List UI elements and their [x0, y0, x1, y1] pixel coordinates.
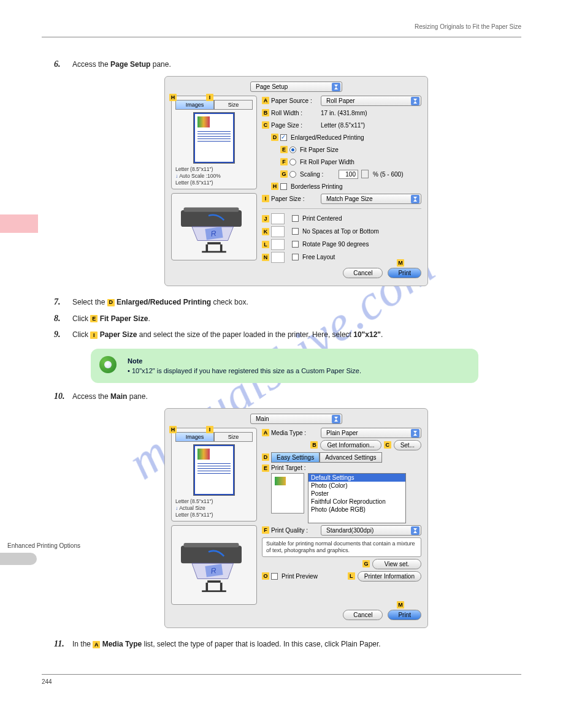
list-item[interactable]: Faithful Color Reproduction [308, 498, 405, 506]
print-preview-checkbox[interactable] [271, 573, 278, 580]
svg-rect-7 [202, 251, 226, 253]
letter-b: B [262, 109, 269, 116]
print-button[interactable]: Print [388, 268, 421, 278]
scaling-radio[interactable] [289, 171, 296, 178]
preview-panel: H I Images Size Letter (8.5"x11") ↓ Auto… [171, 96, 257, 189]
step-text: Access the Page Setup pane. [72, 59, 171, 70]
letter-d: D [262, 453, 269, 461]
svg-rect-9 [184, 543, 239, 547]
chevron-updown-icon [411, 429, 419, 438]
letter-h: H [271, 183, 278, 190]
letter-a: A [262, 97, 269, 104]
set-button[interactable]: Set... [394, 440, 421, 450]
paper-size-dropdown[interactable]: Match Page Size [321, 194, 421, 204]
no-spaces-icon [271, 226, 285, 237]
step-9: 9. Click I Paper Size and select the siz… [54, 330, 521, 340]
letter-n: N [262, 254, 269, 261]
print-target-listbox[interactable]: Default Settings Photo (Color) Poster Fa… [308, 473, 406, 523]
tab-images[interactable]: Images [175, 100, 214, 110]
letter-g: G [362, 560, 370, 567]
printer-icon: R [175, 529, 253, 601]
print-centered-icon [271, 213, 285, 224]
note-panel: Note • 10"x12" is displayed if you have … [91, 349, 478, 383]
letter-i: I [206, 426, 213, 433]
letter-f: F [262, 526, 269, 534]
pane-selector-main[interactable]: Main [250, 414, 342, 424]
svg-rect-14 [220, 583, 223, 591]
svg-rect-4 [207, 242, 221, 245]
letter-l: L [262, 241, 269, 248]
paper-source-dropdown[interactable]: Roll Paper [321, 96, 421, 106]
letter-f: F [280, 158, 288, 165]
side-section-label: Enhanced Printing Options [7, 542, 80, 549]
step-8: 8. Click E Fit Paper Size. [54, 314, 521, 324]
preview-panel: H I Images Size Letter (8.5"x11") ↓ Actu… [171, 428, 257, 521]
rotate-90-checkbox[interactable] [292, 241, 299, 248]
letter-o: O [262, 572, 269, 580]
list-item[interactable]: Photo (Color) [308, 482, 405, 490]
fit-roll-width-radio[interactable] [289, 159, 296, 165]
print-button[interactable]: Print [388, 610, 421, 620]
cancel-button[interactable]: Cancel [343, 610, 383, 620]
letter-j: J [262, 215, 269, 222]
letter-i: I [262, 195, 269, 202]
letter-h: H [169, 426, 177, 433]
scaling-stepper[interactable] [361, 170, 369, 178]
chevron-updown-icon [411, 195, 419, 203]
letter-c: C [384, 441, 391, 449]
step-6: 6. Access the Page Setup pane. [54, 59, 521, 70]
media-type-dropdown[interactable]: Plain Paper [321, 428, 421, 438]
rotate-icon [271, 239, 285, 250]
svg-rect-12 [207, 580, 221, 583]
pane-selector[interactable]: Page Setup [250, 82, 342, 92]
tab-images[interactable]: Images [175, 432, 214, 442]
letter-c: C [262, 121, 269, 129]
list-item[interactable]: Poster [308, 490, 405, 498]
list-item[interactable]: Default Settings [308, 474, 405, 482]
svg-text:R: R [210, 566, 217, 575]
step-7: 7. Select the D Enlarged/Reduced Printin… [54, 297, 521, 308]
letter-k: K [262, 228, 269, 235]
advanced-settings-tab[interactable]: Advanced Settings [320, 452, 381, 463]
description-box: Suitable for printing normal documents t… [262, 537, 421, 557]
letter-d: D [271, 134, 278, 141]
no-spaces-checkbox[interactable] [292, 228, 299, 235]
free-layout-checkbox[interactable] [292, 254, 299, 260]
note-icon [99, 356, 117, 373]
fit-paper-size-radio[interactable] [289, 146, 296, 153]
get-information-button[interactable]: Get Information... [320, 440, 381, 450]
enlarged-reduced-checkbox[interactable] [280, 134, 287, 141]
print-centered-checkbox[interactable] [292, 215, 299, 222]
tab-size[interactable]: Size [214, 432, 253, 442]
chevron-updown-icon [332, 415, 340, 423]
borderless-checkbox[interactable] [280, 183, 287, 190]
letter-a: A [262, 429, 269, 436]
letter-e: E [280, 146, 288, 153]
document-thumbnail [193, 444, 235, 496]
easy-settings-tab[interactable]: Easy Settings [271, 452, 320, 463]
letter-i: I [206, 94, 213, 101]
main-dialog: Main H I Images Size Letter (8.5"x11") ↓… [164, 408, 428, 628]
svg-rect-15 [202, 591, 226, 593]
svg-rect-5 [206, 245, 209, 252]
scaling-input[interactable]: 100 [339, 170, 358, 179]
printer-information-button[interactable]: Printer Information [358, 571, 421, 582]
svg-rect-0 [181, 210, 242, 227]
svg-text:R: R [210, 229, 217, 238]
svg-rect-1 [184, 207, 239, 211]
tab-size[interactable]: Size [214, 100, 253, 110]
chevron-updown-icon [411, 526, 419, 535]
letter-e: E [262, 464, 269, 472]
print-quality-dropdown[interactable]: Standard(300dpi) [321, 525, 421, 536]
header-rule [42, 37, 521, 37]
printer-illustration: R [171, 193, 257, 260]
list-item[interactable]: Photo (Adobe RGB) [308, 506, 405, 514]
letter-h: H [169, 94, 177, 101]
svg-rect-6 [220, 245, 223, 252]
footer-rule [42, 674, 521, 675]
letter-b: B [310, 441, 318, 449]
cancel-button[interactable]: Cancel [343, 268, 383, 278]
letter-l: L [348, 572, 355, 580]
letter-m: M [397, 601, 404, 609]
view-set-button[interactable]: View set. [372, 559, 421, 569]
